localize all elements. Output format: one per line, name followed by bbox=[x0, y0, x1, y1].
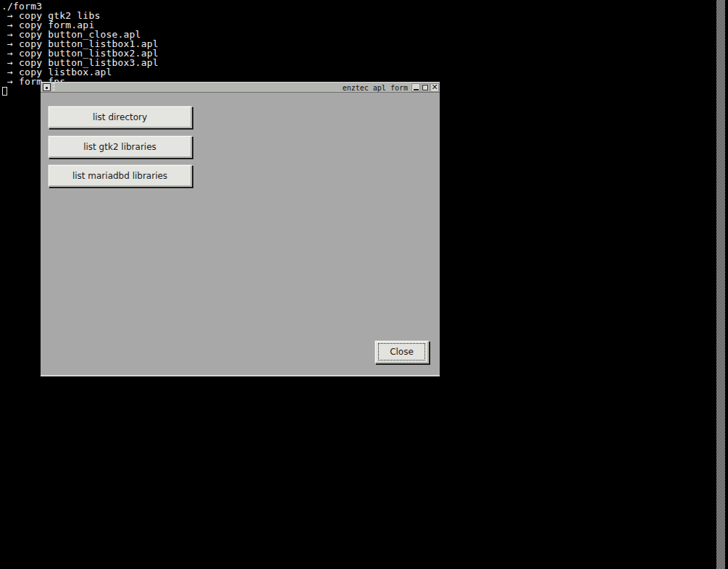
list-gtk2-libraries-button[interactable]: list gtk2 libraries bbox=[48, 135, 192, 158]
list-directory-button[interactable]: list directory bbox=[48, 106, 192, 128]
terminal-scrollbar[interactable] bbox=[716, 0, 725, 569]
window-menu-icon[interactable] bbox=[43, 83, 51, 91]
minimize-icon bbox=[414, 89, 419, 90]
terminal-output: ./form3 → copy gtk2 libs → copy form.api… bbox=[1, 1, 159, 86]
close-button-label: Close bbox=[378, 343, 425, 361]
window-titlebar[interactable]: enztec apl form ✕ bbox=[41, 82, 440, 93]
close-button[interactable]: Close bbox=[375, 340, 429, 363]
apl-form-window: enztec apl form ✕ list directory list gt… bbox=[41, 82, 440, 376]
window-menu-dot-icon bbox=[46, 87, 48, 89]
titlebar-grip-icon bbox=[52, 83, 55, 92]
window-title: enztec apl form bbox=[343, 83, 408, 93]
close-x-icon: ✕ bbox=[431, 84, 438, 91]
minimize-button[interactable] bbox=[411, 83, 420, 92]
maximize-icon bbox=[422, 85, 428, 90]
window-close-button[interactable]: ✕ bbox=[430, 83, 439, 92]
terminal-cursor bbox=[2, 87, 7, 96]
list-mariadbd-libraries-button[interactable]: list mariadbd libraries bbox=[48, 164, 192, 187]
maximize-button[interactable] bbox=[421, 83, 430, 92]
